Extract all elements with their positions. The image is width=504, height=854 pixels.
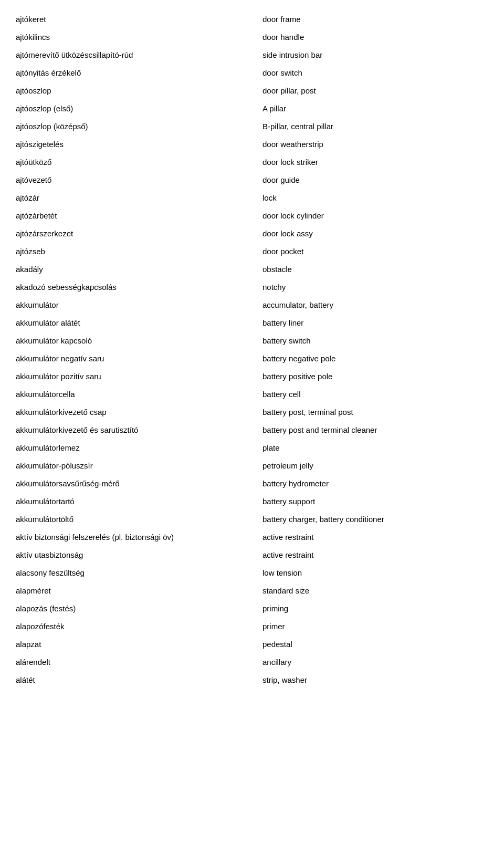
left-entry: akkumulátorkivezető és sarutisztító — [16, 421, 252, 439]
right-entry: door pillar, post — [252, 82, 488, 100]
left-entry: akkumulátorkivezető csap — [16, 403, 252, 421]
left-entry: akadozó sebességkapcsolás — [16, 278, 252, 296]
left-entry: aktív utasbiztonság — [16, 546, 252, 564]
right-entry: primer — [252, 618, 488, 636]
left-entry: ajtózárszerkezet — [16, 225, 252, 243]
left-entry: akkumulátor kapcsoló — [16, 332, 252, 350]
right-entry: battery cell — [252, 386, 488, 403]
right-entry: door switch — [252, 64, 488, 82]
right-entry: battery charger, battery conditioner — [252, 511, 488, 528]
left-entry: akkumulátor negatív saru — [16, 350, 252, 368]
right-entry: obstacle — [252, 261, 488, 278]
left-entry: ajtózárbetét — [16, 207, 252, 225]
right-entry: battery support — [252, 493, 488, 511]
left-entry: ajtószigetelés — [16, 136, 252, 153]
right-entry: door handle — [252, 28, 488, 46]
right-entry: battery switch — [252, 332, 488, 350]
right-entry: priming — [252, 600, 488, 618]
right-entry: active restraint — [252, 528, 488, 546]
left-entry: akkumulátor — [16, 296, 252, 314]
left-entry: ajtózár — [16, 189, 252, 207]
right-entry: petroleum jelly — [252, 457, 488, 475]
right-entry: notchy — [252, 278, 488, 296]
left-entry: ajtónyitás érzékelő — [16, 64, 252, 82]
right-entry: plate — [252, 439, 488, 457]
right-entry: standard size — [252, 582, 488, 600]
left-entry: akkumulátortartó — [16, 493, 252, 511]
right-entry: side intrusion bar — [252, 46, 488, 64]
left-entry: akkumulátor pozitív saru — [16, 368, 252, 386]
left-entry: alátét — [16, 671, 252, 689]
right-entry: active restraint — [252, 546, 488, 564]
left-entry: akkumulátorlemez — [16, 439, 252, 457]
right-entry: door frame — [252, 11, 488, 28]
right-entry: door weatherstrip — [252, 136, 488, 153]
right-entry: lock — [252, 189, 488, 207]
left-entry: alapozófesték — [16, 618, 252, 636]
right-entry: door pocket — [252, 243, 488, 261]
left-entry: akkumulátorcella — [16, 386, 252, 403]
right-entry: door lock striker — [252, 153, 488, 171]
left-entry: akkumulátorsavsűrűség-mérő — [16, 475, 252, 493]
left-entry: ajtóoszlop (első) — [16, 100, 252, 118]
left-entry: ajtókilincs — [16, 28, 252, 46]
left-entry: alacsony feszültség — [16, 564, 252, 582]
left-entry: alapméret — [16, 582, 252, 600]
left-entry: alapzat — [16, 636, 252, 653]
right-entry: accumulator, battery — [252, 296, 488, 314]
left-entry: alárendelt — [16, 653, 252, 671]
left-entry: ajtóoszlop (középső) — [16, 118, 252, 136]
right-entry: low tension — [252, 564, 488, 582]
right-column: door framedoor handleside intrusion bard… — [252, 11, 488, 689]
right-entry: battery post, terminal post — [252, 403, 488, 421]
left-column: ajtókeretajtókilincsajtómerevítő ütközés… — [16, 11, 252, 689]
right-entry: B-pillar, central pillar — [252, 118, 488, 136]
left-entry: ajtókeret — [16, 11, 252, 28]
left-entry: akkumulátor alátét — [16, 314, 252, 332]
left-entry: akkumulátor-póluszsír — [16, 457, 252, 475]
right-entry: battery post and terminal cleaner — [252, 421, 488, 439]
left-entry: ajtómerevítő ütközéscsillapító-rúd — [16, 46, 252, 64]
right-entry: door lock cylinder — [252, 207, 488, 225]
left-entry: akkumulátortöltő — [16, 511, 252, 528]
left-entry: ajtózseb — [16, 243, 252, 261]
right-entry: A pillar — [252, 100, 488, 118]
right-entry: pedestal — [252, 636, 488, 653]
left-entry: ajtóvezető — [16, 171, 252, 189]
dictionary-content: ajtókeretajtókilincsajtómerevítő ütközés… — [16, 11, 488, 689]
right-entry: door guide — [252, 171, 488, 189]
left-entry: aktív biztonsági felszerelés (pl. bizton… — [16, 528, 252, 546]
right-entry: battery liner — [252, 314, 488, 332]
left-entry: akadály — [16, 261, 252, 278]
left-entry: alapozás (festés) — [16, 600, 252, 618]
right-entry: ancillary — [252, 653, 488, 671]
right-entry: battery negative pole — [252, 350, 488, 368]
right-entry: strip, washer — [252, 671, 488, 689]
right-entry: battery positive pole — [252, 368, 488, 386]
left-entry: ajtóoszlop — [16, 82, 252, 100]
right-entry: battery hydrometer — [252, 475, 488, 493]
right-entry: door lock assy — [252, 225, 488, 243]
left-entry: ajtóütköző — [16, 153, 252, 171]
